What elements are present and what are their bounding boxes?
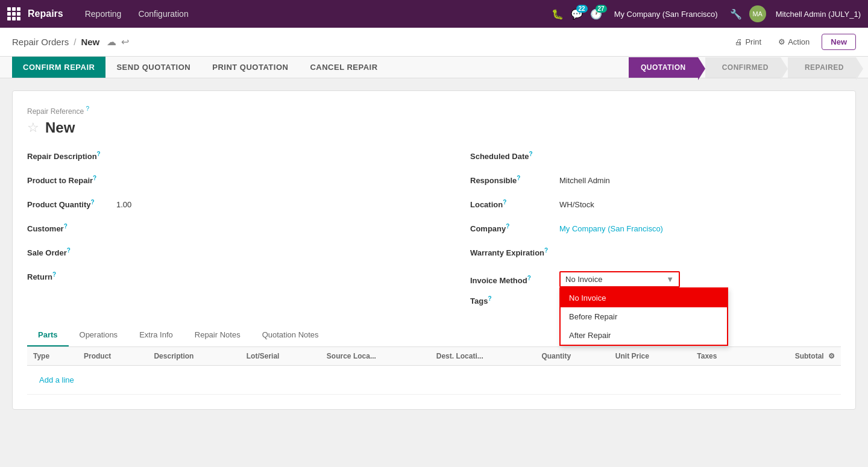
field-product-quantity: Product Quantity? 1.00 — [27, 199, 434, 216]
field-sale-order: Sale Order? — [27, 247, 434, 264]
return-input[interactable] — [116, 271, 222, 283]
favorite-star-icon[interactable]: ☆ — [27, 120, 39, 136]
breadcrumb-separator: / — [74, 37, 76, 47]
column-settings-icon[interactable]: ⚙ — [828, 352, 835, 360]
col-dest-location: Dest. Locati... — [430, 347, 536, 366]
repair-description-input[interactable] — [116, 151, 222, 163]
field-customer: Customer? — [27, 223, 434, 240]
tab-repair-notes[interactable]: Repair Notes — [184, 324, 251, 346]
invoice-option-after-repair[interactable]: After Repair — [561, 326, 727, 345]
app-name: Repairs — [28, 8, 63, 19]
cancel-repair-button[interactable]: CANCEL REPAIR — [299, 57, 388, 78]
repair-reference-label: Repair Reference ? — [27, 105, 841, 116]
main-content: Repair Reference ? ☆ New Repair Descript… — [0, 78, 868, 422]
tab-parts[interactable]: Parts — [27, 324, 69, 346]
new-button[interactable]: New — [822, 34, 856, 50]
field-scheduled-date: Scheduled Date? — [470, 151, 841, 168]
field-company: Company? My Company (San Francisco) — [470, 223, 841, 240]
breadcrumb-current: New — [81, 37, 99, 47]
col-type: Type — [27, 347, 78, 366]
print-button[interactable]: 🖨 Print — [730, 35, 766, 49]
messages-badge: 22 — [576, 5, 588, 13]
tab-operations[interactable]: Operations — [69, 324, 129, 346]
breadcrumb-parent[interactable]: Repair Orders — [12, 37, 69, 47]
warranty-expiration-input[interactable] — [559, 247, 665, 259]
invoice-method-selected: No Invoice — [565, 275, 602, 284]
confirm-repair-button[interactable]: CONFIRM REPAIR — [12, 57, 105, 78]
parts-table: Type Product Description Lot/Serial Sour… — [27, 347, 841, 395]
status-quotation[interactable]: QUOTATION — [629, 57, 698, 78]
field-return: Return? — [27, 271, 434, 288]
col-taxes: Taxes — [691, 347, 748, 366]
print-quotation-button[interactable]: PRINT QUOTATION — [201, 57, 299, 78]
action-button[interactable]: ⚙ Action — [773, 35, 814, 49]
field-location: Location? WH/Stock — [470, 199, 841, 216]
nav-configuration[interactable]: Configuration — [131, 9, 195, 19]
gear-icon: ⚙ — [778, 37, 785, 46]
repair-title-text: New — [45, 119, 75, 136]
location-value[interactable]: WH/Stock — [559, 200, 594, 209]
company-name: My Company (San Francisco) — [614, 10, 718, 19]
chevron-down-icon: ▼ — [666, 275, 674, 284]
col-description: Description — [148, 347, 240, 366]
send-quotation-button[interactable]: SEND QUOTATION — [105, 57, 201, 78]
tab-extra-info[interactable]: Extra Info — [128, 324, 184, 346]
customer-input[interactable] — [116, 223, 222, 235]
field-responsible: Responsible? Mitchell Admin — [470, 175, 841, 192]
form-grid: Repair Description? Product to Repair? P… — [27, 151, 841, 312]
invoice-method-container: No Invoice ▼ No Invoice Before Repair Af… — [559, 271, 680, 287]
avatar[interactable]: MA — [749, 5, 766, 22]
status-confirmed[interactable]: CONFIRMED — [705, 57, 781, 78]
invoice-method-options: No Invoice Before Repair After Repair — [559, 287, 728, 346]
breadcrumb-bar: Repair Orders / New ☁ ↩ 🖨 Print ⚙ Action… — [0, 28, 868, 57]
col-subtotal: Subtotal ⚙ — [748, 347, 841, 366]
wrench-icon[interactable]: 🔧 — [730, 8, 742, 20]
action-toolbar: CONFIRM REPAIR SEND QUOTATION PRINT QUOT… — [0, 57, 868, 78]
sale-order-input[interactable] — [116, 247, 222, 259]
field-repair-description: Repair Description? — [27, 151, 434, 168]
product-quantity-value[interactable]: 1.00 — [116, 200, 131, 209]
empty-table-row: Add a line — [27, 366, 841, 395]
undo-icon[interactable]: ↩ — [121, 36, 129, 48]
col-product: Product — [78, 347, 148, 366]
responsible-value[interactable]: Mitchell Admin — [559, 176, 610, 185]
invoice-option-before-repair[interactable]: Before Repair — [561, 307, 727, 326]
form-card: Repair Reference ? ☆ New Repair Descript… — [12, 90, 856, 410]
bug-icon[interactable]: 🐛 — [552, 8, 564, 20]
product-to-repair-input[interactable] — [116, 175, 222, 187]
invoice-method-dropdown[interactable]: No Invoice ▼ — [559, 271, 680, 287]
col-unit-price: Unit Price — [609, 347, 691, 366]
add-line-link[interactable]: Add a line — [33, 371, 80, 389]
messages-icon[interactable]: 💬 22 — [571, 8, 583, 20]
table-header-row: Type Product Description Lot/Serial Sour… — [27, 347, 841, 366]
form-left: Repair Description? Product to Repair? P… — [27, 151, 434, 312]
scheduled-date-input[interactable] — [559, 151, 665, 163]
field-product-to-repair: Product to Repair? — [27, 175, 434, 192]
user-name[interactable]: Mitchell Admin (JULY_1) — [776, 10, 861, 19]
col-quantity: Quantity — [535, 347, 609, 366]
company-value[interactable]: My Company (San Francisco) — [559, 224, 663, 233]
nav-reporting[interactable]: Reporting — [78, 9, 129, 19]
invoice-option-no-invoice[interactable]: No Invoice — [561, 289, 727, 307]
status-pipeline: QUOTATION CONFIRMED REPAIRED — [629, 57, 856, 78]
clock-badge: 27 — [596, 5, 607, 13]
clock-icon[interactable]: 🕐 27 — [590, 8, 602, 20]
col-source-location: Source Loca... — [321, 347, 430, 366]
status-repaired[interactable]: REPAIRED — [788, 57, 856, 78]
field-warranty-expiration: Warranty Expiration? — [470, 247, 841, 264]
col-lot-serial: Lot/Serial — [241, 347, 321, 366]
cloud-upload-icon[interactable]: ☁ — [107, 36, 116, 48]
form-right: Scheduled Date? Responsible? Mitchell Ad… — [434, 151, 841, 312]
field-invoice-method: Invoice Method? No Invoice ▼ No Invoice … — [470, 271, 841, 288]
app-grid-icon[interactable] — [7, 7, 20, 20]
repair-title: ☆ New — [27, 119, 841, 136]
top-navigation: Repairs Reporting Configuration 🐛 💬 22 🕐… — [0, 0, 868, 28]
tab-quotation-notes[interactable]: Quotation Notes — [251, 324, 330, 346]
printer-icon: 🖨 — [735, 37, 743, 46]
